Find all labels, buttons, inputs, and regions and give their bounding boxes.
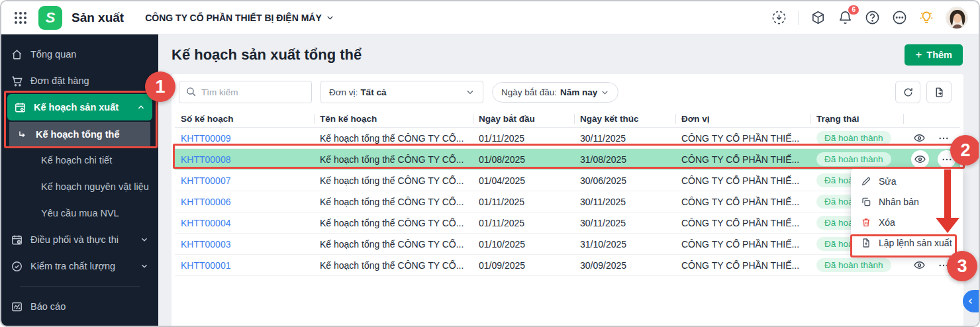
sidebar-item-dieu-phoi-va-thuc-thi[interactable]: Điều phối và thực thi — [1, 226, 158, 253]
trash-icon — [861, 217, 871, 228]
sidebar-label: Đơn đặt hàng — [30, 75, 89, 86]
sidebar-label: Kế hoạch chi tiết — [41, 155, 112, 165]
sidebar-item-ke-hoach-san-xuat[interactable]: Kế hoạch sản xuất — [7, 94, 152, 120]
sidebar-item-ke-hoach-chi-tiet[interactable]: Kế hoạch chi tiết — [1, 147, 158, 173]
table-row[interactable]: KHTT00003 Kế hoạch tổng thể CÔNG TY CỔ..… — [175, 234, 960, 255]
file-plus-icon — [861, 238, 871, 248]
menu-item-lap-lenh-san-xuat[interactable]: Lập lệnh sản xuất — [851, 232, 963, 253]
col-ten-ke-hoach[interactable]: Tên kế hoạch — [314, 110, 473, 127]
app-logo-icon[interactable]: S — [38, 6, 62, 30]
end-date: 30/11/2025 — [574, 133, 675, 144]
start-date: 01/11/2025 — [473, 133, 574, 144]
sidebar-item-don-dat-hang[interactable]: Đơn đặt hàng — [1, 68, 158, 94]
col-ngay-bat-dau[interactable]: Ngày bắt đầu — [473, 110, 574, 127]
chevron-down-icon — [466, 87, 475, 97]
sidebar-item-bao-cao[interactable]: Báo cáo — [1, 293, 158, 320]
more-apps-icon[interactable] — [891, 10, 907, 26]
plan-name: Kế hoạch tổng thể CÔNG TY CỔ... — [314, 239, 473, 250]
sidebar-item-ke-hoach-tong-the[interactable]: Kế hoạch tổng thể — [9, 122, 150, 147]
plan-name: Kế hoạch tổng thể CÔNG TY CỔ... — [314, 154, 473, 165]
more-actions-icon[interactable] — [936, 257, 952, 273]
col-so-ke-hoach[interactable]: Số kế hoạch — [175, 110, 314, 127]
company-selector[interactable]: CÔNG TY CỔ PHẦN THIẾT BỊ ĐIỆN MÁY — [145, 13, 334, 23]
table-row[interactable]: KHTT00001 Kế hoạch tổng thể CÔNG TY CỔ..… — [175, 255, 960, 276]
plan-name: Kế hoạch tổng thể CÔNG TY CỔ... — [314, 218, 473, 228]
sidebar: Tổng quan Đơn đặt hàng Kế hoạch sản xuất — [1, 34, 158, 326]
plan-code-link[interactable]: KHTT00001 — [181, 260, 230, 271]
plan-name: Kế hoạch tổng thể CÔNG TY CỔ... — [314, 260, 473, 271]
sidebar-label: Kế hoạch nguyên vật liệu — [41, 181, 149, 192]
start-date: 01/08/2025 — [473, 154, 574, 165]
sidebar-label: Báo cáo — [30, 301, 66, 312]
more-actions-icon[interactable] — [938, 150, 956, 168]
table-row-highlighted[interactable]: KHTT00008 Kế hoạch tổng thể CÔNG TY CỔ..… — [175, 149, 960, 170]
plan-code-link[interactable]: KHTT00003 — [181, 239, 230, 250]
sidebar-item-ke-hoach-nguyen-vat-lieu[interactable]: Kế hoạch nguyên vật liệu — [1, 173, 158, 200]
unit-filter-select[interactable]: Đơn vị: Tất cả — [320, 81, 483, 103]
start-date: 01/10/2025 — [473, 239, 574, 250]
chart-icon — [11, 301, 23, 313]
sidebar-item-yeu-cau-mua-nvl[interactable]: Yêu cầu mua NVL — [1, 200, 158, 226]
table-row[interactable]: KHTT00007 Kế hoạch tổng thể CÔNG TY CỔ..… — [175, 170, 960, 191]
view-icon[interactable] — [911, 130, 927, 146]
plan-name: Kế hoạch tổng thể CÔNG TY CỔ... — [314, 133, 473, 144]
app-launcher-icon[interactable] — [12, 9, 29, 26]
refresh-button[interactable] — [895, 81, 920, 103]
end-date: 31/10/2025 — [574, 239, 675, 250]
home-icon — [11, 48, 23, 61]
search-input[interactable] — [179, 81, 312, 103]
page-title: Kế hoạch sản xuất tổng thể — [172, 46, 362, 64]
unit: CÔNG TY CỔ PHẦN THIẾ... — [675, 239, 810, 250]
plan-code-link[interactable]: KHTT00009 — [181, 133, 230, 144]
end-date: 30/06/2025 — [574, 175, 675, 186]
sidebar-item-tong-quan[interactable]: Tổng quan — [1, 41, 158, 68]
col-ngay-ket-thuc[interactable]: Ngày kết thúc — [574, 110, 675, 127]
status-badge: Đã hoàn thành — [816, 152, 891, 166]
refresh-icon — [903, 87, 914, 98]
package-icon[interactable] — [810, 10, 826, 26]
table-row[interactable]: KHTT00004 Kế hoạch tổng thể CÔNG TY CỔ..… — [175, 212, 960, 234]
plan-code-link[interactable]: KHTT00006 — [181, 197, 230, 207]
check-circle-icon — [11, 260, 23, 273]
user-avatar[interactable] — [946, 7, 968, 29]
chevron-up-icon — [136, 103, 146, 112]
app-window: S Sản xuất CÔNG TY CỔ PHẦN THIẾT BỊ ĐIỆN… — [0, 0, 980, 327]
end-date: 31/08/2025 — [574, 154, 675, 165]
search-icon — [185, 86, 197, 97]
end-date: 30/11/2025 — [574, 218, 675, 228]
table-row[interactable]: KHTT00006 Kế hoạch tổng thể CÔNG TY CỔ..… — [175, 191, 960, 212]
sidebar-label: Yêu cầu mua NVL — [41, 208, 119, 218]
notifications-icon[interactable]: 6 — [837, 10, 853, 26]
calendar-gear-icon — [14, 101, 26, 114]
idea-icon[interactable] — [918, 10, 934, 26]
topbar: S Sản xuất CÔNG TY CỔ PHẦN THIẾT BỊ ĐIỆN… — [1, 1, 979, 34]
chevron-down-icon — [140, 235, 149, 244]
updates-icon[interactable] — [771, 10, 787, 26]
start-date: 01/11/2025 — [473, 218, 574, 228]
plan-code-link[interactable]: KHTT00007 — [181, 175, 230, 186]
chevron-down-icon — [601, 88, 609, 97]
plan-code-link[interactable]: KHTT00008 — [181, 154, 230, 165]
menu-item-sua[interactable]: Sửa — [851, 171, 963, 191]
view-icon[interactable] — [911, 150, 929, 168]
sidebar-label: Kế hoạch sản xuất — [34, 102, 119, 113]
table-row[interactable]: KHTT00009 Kế hoạch tổng thể CÔNG TY CỔ..… — [175, 128, 960, 149]
unit: CÔNG TY CỔ PHẦN THIẾ... — [675, 154, 810, 165]
add-button[interactable]: + Thêm — [905, 44, 963, 66]
help-icon[interactable] — [864, 10, 880, 26]
menu-item-nhan-ban[interactable]: Nhân bản — [851, 191, 963, 212]
col-trang-thai[interactable]: Trạng thái — [810, 110, 903, 127]
start-date: 01/11/2025 — [473, 197, 574, 207]
panel-collapse-tab[interactable] — [963, 290, 979, 312]
plan-code-link[interactable]: KHTT00004 — [181, 218, 230, 228]
sub-arrow-icon — [16, 128, 28, 141]
menu-item-xoa[interactable]: Xóa — [851, 212, 963, 232]
more-actions-icon[interactable] — [936, 130, 952, 146]
col-don-vi[interactable]: Đơn vị — [675, 110, 810, 127]
view-icon[interactable] — [911, 257, 927, 273]
export-file-icon — [934, 87, 945, 98]
sidebar-item-kiem-tra-chat-luong[interactable]: Kiểm tra chất lượng — [1, 253, 158, 279]
unit: CÔNG TY CỔ PHẦN THIẾ... — [675, 175, 810, 186]
export-button[interactable] — [926, 81, 952, 103]
start-date-filter-chip[interactable]: Ngày bắt đầu: Năm nay — [492, 82, 618, 103]
